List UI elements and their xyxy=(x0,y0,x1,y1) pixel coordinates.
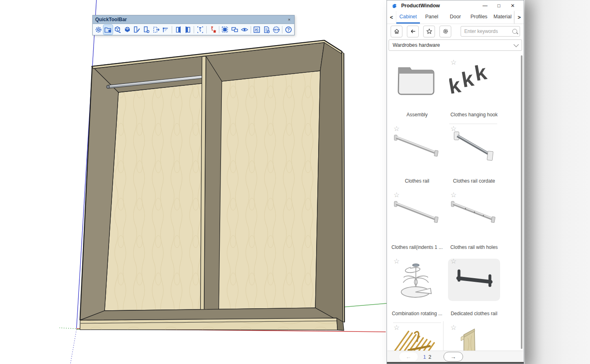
tab-door[interactable]: Door xyxy=(444,11,467,24)
quicktoolbar-icons: 检NEW? xyxy=(93,24,294,35)
search-input[interactable] xyxy=(463,28,512,35)
product-name: Clothes hanging hook xyxy=(450,112,498,118)
svg-text:k: k xyxy=(460,67,476,92)
category-row: Wardrobes hardware xyxy=(387,39,524,52)
category-tabbar: < CabinetPanelDoorProfilesMaterial > xyxy=(387,11,524,24)
svg-text:k: k xyxy=(449,73,462,98)
page-numbers: 12 xyxy=(422,353,433,360)
search-box[interactable] xyxy=(461,26,520,37)
region-select-icon[interactable] xyxy=(221,25,230,35)
quicktoolbar-window[interactable]: QuickToolBar × 检NEW? xyxy=(92,15,295,35)
close-icon[interactable]: ✕ xyxy=(506,3,520,9)
product-item[interactable] xyxy=(446,319,503,351)
prev-page-button[interactable]: ← xyxy=(399,352,418,362)
product-thumbnail xyxy=(391,60,443,102)
pagination-bar: ← 12 → xyxy=(387,351,523,362)
maximize-icon[interactable]: □ xyxy=(492,3,506,9)
favorite-star-icon[interactable] xyxy=(450,324,457,331)
window-bottom-edge xyxy=(387,362,524,364)
favorite-star-icon[interactable] xyxy=(450,192,457,198)
panel-edit-icon[interactable] xyxy=(132,25,142,35)
product-name: Clothes rail with holes xyxy=(450,244,498,250)
document-settings-icon[interactable] xyxy=(262,25,271,35)
favorite-star-icon[interactable] xyxy=(450,125,457,132)
eye-preview-icon[interactable] xyxy=(240,25,249,35)
cube-solid-icon[interactable] xyxy=(122,25,132,35)
product-name: Clothes rail cordate xyxy=(453,178,495,184)
quicktoolbar-titlebar[interactable]: QuickToolBar × xyxy=(93,15,294,24)
product-item[interactable]: Clothes rail cordate xyxy=(446,120,503,187)
application-window: QuickToolBar × 检NEW? ProductWindow — □ ✕… xyxy=(0,0,590,364)
product-item[interactable]: Clothes rail xyxy=(389,120,446,187)
product-item[interactable] xyxy=(389,319,446,351)
search-icon[interactable] xyxy=(512,29,517,34)
favorite-star-icon[interactable] xyxy=(450,258,457,265)
product-grid[interactable]: AssemblykkkClothes hanging hookClothes r… xyxy=(387,52,523,351)
product-window[interactable]: ProductWindow — □ ✕ < CabinetPanelDoorPr… xyxy=(387,0,524,364)
product-item[interactable]: Assembly xyxy=(389,54,446,120)
product-item[interactable]: Combination rotating ... xyxy=(389,253,446,319)
door-open-right-icon[interactable] xyxy=(183,25,193,35)
svg-text:NEW: NEW xyxy=(273,28,279,31)
product-name: Clothes rail xyxy=(405,178,429,184)
settings-button[interactable] xyxy=(439,26,451,37)
tabs-scroll-right[interactable]: > xyxy=(514,11,524,24)
y-axis-negative-dotted xyxy=(59,328,76,329)
layout-windows-icon[interactable] xyxy=(230,25,240,35)
toolbar-separator xyxy=(206,26,207,33)
product-name: Clothes rail(indents 1 ... xyxy=(391,244,443,250)
help-icon[interactable]: ? xyxy=(284,25,293,35)
page-number-1[interactable]: 1 xyxy=(422,354,427,360)
page-number-2[interactable]: 2 xyxy=(427,354,433,360)
screw-select-icon[interactable] xyxy=(195,25,205,35)
corner-dimension-icon[interactable] xyxy=(161,25,170,35)
tab-profiles[interactable]: Profiles xyxy=(467,11,491,24)
tab-material[interactable]: Material xyxy=(491,11,514,24)
wardrobe-model[interactable] xyxy=(80,40,345,331)
cell-separator xyxy=(393,323,441,323)
cube-edit-icon[interactable] xyxy=(113,25,122,35)
toolbar-separator xyxy=(282,26,282,33)
tabs-scroll-left[interactable]: < xyxy=(387,11,396,24)
favorite-star-icon[interactable] xyxy=(450,59,457,66)
divider-side-face[interactable] xyxy=(204,56,222,313)
product-item[interactable]: Dedicated clothes rail xyxy=(446,253,503,319)
toolbar-separator xyxy=(219,26,219,33)
back-button[interactable] xyxy=(407,26,419,37)
product-name: Assembly xyxy=(406,112,428,118)
door-open-left-icon[interactable] xyxy=(173,25,183,35)
category-dropdown[interactable]: Wardrobes hardware xyxy=(389,39,522,51)
new-badge-icon[interactable]: NEW xyxy=(271,25,281,35)
favorites-button[interactable] xyxy=(423,26,435,37)
panel-export-icon[interactable] xyxy=(151,25,161,35)
3d-viewport[interactable] xyxy=(0,0,387,364)
vertical-scrollbar[interactable] xyxy=(521,55,522,349)
product-item[interactable]: Clothes rail(indents 1 ... xyxy=(389,187,446,253)
panel-circle-icon[interactable] xyxy=(142,25,151,35)
inspect-box-icon[interactable]: 检 xyxy=(252,25,262,35)
cell-separator xyxy=(449,124,497,124)
next-page-button[interactable]: → xyxy=(444,352,463,362)
quicktoolbar-title: QuickToolBar xyxy=(95,17,287,22)
folder-component-icon[interactable] xyxy=(103,25,113,35)
category-value: Wardrobes hardware xyxy=(393,42,514,48)
settings-gear-icon[interactable] xyxy=(94,25,103,35)
z-axis-negative-dotted xyxy=(70,329,76,364)
minimize-icon[interactable]: — xyxy=(478,3,492,9)
close-icon[interactable]: × xyxy=(287,17,292,22)
favorite-star-icon[interactable] xyxy=(393,258,400,265)
home-button[interactable] xyxy=(391,26,402,37)
screw-delete-icon[interactable] xyxy=(208,25,218,35)
product-item[interactable]: Clothes rail with holes xyxy=(446,187,503,253)
product-window-title: ProductWindow xyxy=(401,3,478,9)
product-window-titlebar[interactable]: ProductWindow — □ ✕ xyxy=(387,0,524,11)
product-item[interactable]: kkkClothes hanging hook xyxy=(446,54,503,120)
tabs: CabinetPanelDoorProfilesMaterial xyxy=(396,11,514,24)
favorite-star-icon[interactable] xyxy=(393,192,400,198)
tab-cabinet[interactable]: Cabinet xyxy=(396,11,420,24)
product-name: Dedicated clothes rail xyxy=(451,311,498,316)
tab-panel[interactable]: Panel xyxy=(420,11,444,24)
toolbar-separator xyxy=(194,26,194,33)
favorite-star-icon[interactable] xyxy=(393,125,400,132)
favorite-star-icon[interactable] xyxy=(393,324,400,331)
